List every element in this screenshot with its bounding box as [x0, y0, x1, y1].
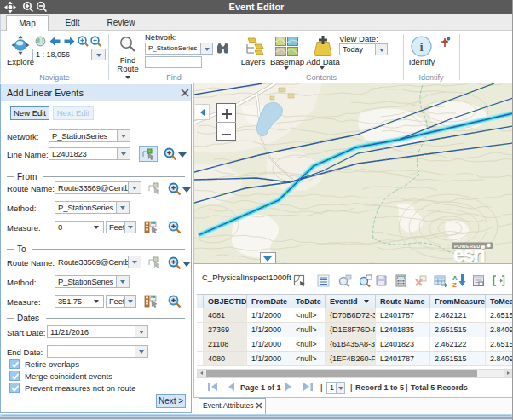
- svg-text:i: i: [419, 40, 423, 54]
- svg-text:Z: Z: [452, 281, 457, 287]
- svg-text:esri: esri: [453, 244, 485, 263]
